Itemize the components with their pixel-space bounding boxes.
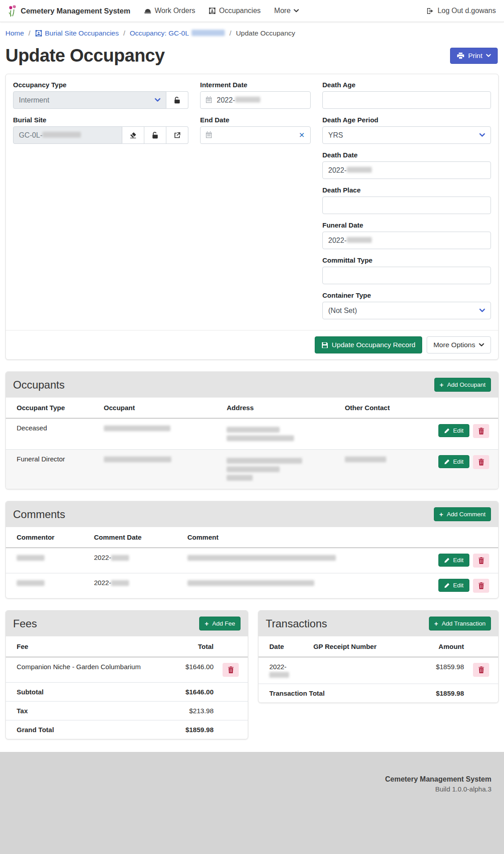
funeral-date-value-prefix: 2022- xyxy=(328,237,347,245)
transaction-total-row: Transaction Total $1859.98 xyxy=(259,684,498,703)
redacted-text xyxy=(345,456,386,462)
container-type-select[interactable]: (Not Set) xyxy=(322,302,491,319)
plus-icon: + xyxy=(205,620,209,627)
death-age-period-label: Death Age Period xyxy=(322,116,491,124)
add-occupant-button[interactable]: + Add Occupant xyxy=(434,378,491,392)
more-options-dropdown-button[interactable]: More Options xyxy=(427,336,491,353)
interment-date-input[interactable]: 2022- xyxy=(200,91,311,109)
redacted-text xyxy=(104,456,171,462)
more-options-label: More Options xyxy=(433,341,475,349)
interment-date-label: Interment Date xyxy=(200,81,311,89)
redacted-text xyxy=(235,97,260,103)
committal-type-input[interactable] xyxy=(322,267,491,284)
tax-label: Tax xyxy=(6,702,169,720)
printer-icon xyxy=(457,52,464,59)
edit-label: Edit xyxy=(453,557,464,563)
occupancy-form-card: Occupancy Type Interment xyxy=(5,74,499,360)
death-date-input[interactable]: 2022- xyxy=(322,161,491,179)
delete-comment-button[interactable] xyxy=(473,554,489,568)
eraser-icon xyxy=(129,132,137,139)
breadcrumb-home[interactable]: Home xyxy=(5,29,24,37)
update-occupancy-record-button[interactable]: Update Occupancy Record xyxy=(315,336,422,353)
chevron-down-icon xyxy=(155,98,161,102)
print-label: Print xyxy=(468,52,482,60)
nav-more-dropdown[interactable]: More xyxy=(274,7,299,15)
redacted-text xyxy=(192,30,225,36)
add-comment-label: Add Comment xyxy=(447,511,486,518)
breadcrumb-current: Update Occupancy xyxy=(236,29,295,37)
death-age-period-select[interactable]: YRS xyxy=(322,126,491,144)
floppy-disk-icon xyxy=(321,342,328,349)
delete-occupant-button[interactable] xyxy=(473,455,489,469)
occupants-table: Occupant Type Occupant Address Other Con… xyxy=(6,398,498,489)
end-date-input[interactable]: ✕ xyxy=(200,126,311,144)
amount-cell: $1859.98 xyxy=(419,657,468,684)
edit-comment-button[interactable]: Edit xyxy=(438,579,469,592)
add-transaction-label: Add Transaction xyxy=(442,620,486,627)
nav-work-orders-label: Work Orders xyxy=(155,7,195,15)
redacted-text xyxy=(187,580,314,586)
print-dropdown-button[interactable]: Print xyxy=(450,48,498,64)
sign-out-icon xyxy=(426,8,434,14)
edit-occupant-button[interactable]: Edit xyxy=(438,455,469,468)
id-badge-icon xyxy=(209,7,216,14)
trash-icon xyxy=(478,459,484,465)
funeral-date-label: Funeral Date xyxy=(322,221,491,229)
funeral-date-input[interactable]: 2022- xyxy=(322,232,491,249)
breadcrumb-separator: / xyxy=(28,29,30,37)
add-transaction-button[interactable]: + Add Transaction xyxy=(429,617,491,630)
chevron-down-icon xyxy=(479,309,485,313)
occupancy-type-lock-button[interactable] xyxy=(166,91,188,109)
transaction-total-label: Transaction Total xyxy=(259,684,419,703)
add-fee-button[interactable]: + Add Fee xyxy=(199,617,241,630)
delete-fee-button[interactable] xyxy=(223,663,239,677)
occupancy-type-select[interactable]: Interment xyxy=(13,91,166,109)
delete-comment-button[interactable] xyxy=(473,579,489,593)
col-transaction-date: Date xyxy=(259,636,309,657)
burial-site-open-button[interactable] xyxy=(166,126,188,144)
fee-total-cell: $1646.00 xyxy=(169,657,218,683)
occupants-title: Occupants xyxy=(13,379,65,391)
delete-occupant-button[interactable] xyxy=(473,424,489,438)
add-comment-button[interactable]: + Add Comment xyxy=(434,507,491,521)
col-address: Address xyxy=(222,398,340,418)
nav-occupancies[interactable]: Occupancies xyxy=(209,7,261,15)
fees-grand-total-row: Grand Total $1859.98 xyxy=(6,720,248,739)
death-place-input[interactable] xyxy=(322,197,491,214)
breadcrumb-burial-site-occupancies[interactable]: Burial Site Occupancies xyxy=(35,29,119,37)
edit-comment-button[interactable]: Edit xyxy=(438,554,469,567)
redacted-text xyxy=(269,672,289,678)
top-navbar: Cemetery Management System Work Orders xyxy=(0,0,504,22)
breadcrumb-burial-site-occupancies-label: Burial Site Occupancies xyxy=(45,29,119,37)
chevron-down-icon xyxy=(479,133,485,137)
fees-table: Fee Total Companion Niche - Garden Colum… xyxy=(6,636,248,739)
pencil-icon xyxy=(444,459,450,465)
transactions-table: Date GP Receipt Number Amount 2022- xyxy=(259,636,498,702)
delete-transaction-button[interactable] xyxy=(473,663,489,677)
calendar-icon xyxy=(205,96,212,103)
col-other-contact: Other Contact xyxy=(340,398,434,418)
id-badge-icon xyxy=(35,30,42,37)
nav-more-label: More xyxy=(274,7,290,15)
col-comment-date: Comment Date xyxy=(89,527,183,548)
breadcrumb-occupancy[interactable]: Occupancy: GC-0L xyxy=(130,29,225,37)
app-brand-label: Cemetery Management System xyxy=(21,7,130,15)
end-date-clear-button[interactable]: ✕ xyxy=(299,131,305,139)
redacted-text xyxy=(347,237,372,243)
edit-occupant-button[interactable]: Edit xyxy=(438,424,469,437)
burial-site-erase-button[interactable] xyxy=(122,126,144,144)
nav-work-orders[interactable]: Work Orders xyxy=(144,7,195,15)
comments-card: Comments + Add Comment Commentor Comment… xyxy=(5,501,499,599)
col-commentor: Commentor xyxy=(6,527,89,548)
col-fee-total: Total xyxy=(169,636,218,657)
burial-site-lock-button[interactable] xyxy=(144,126,166,144)
burial-site-label: Burial Site xyxy=(13,116,188,124)
death-age-input[interactable] xyxy=(322,91,491,109)
transactions-title: Transactions xyxy=(266,617,327,630)
redacted-text xyxy=(227,458,302,464)
logout-button[interactable]: Log Out d.gowans xyxy=(426,7,496,15)
committal-type-label: Committal Type xyxy=(322,256,491,264)
container-type-value: (Not Set) xyxy=(328,307,357,315)
app-brand[interactable]: Cemetery Management System xyxy=(8,5,130,17)
burial-site-input[interactable]: GC-0L- xyxy=(13,126,122,144)
